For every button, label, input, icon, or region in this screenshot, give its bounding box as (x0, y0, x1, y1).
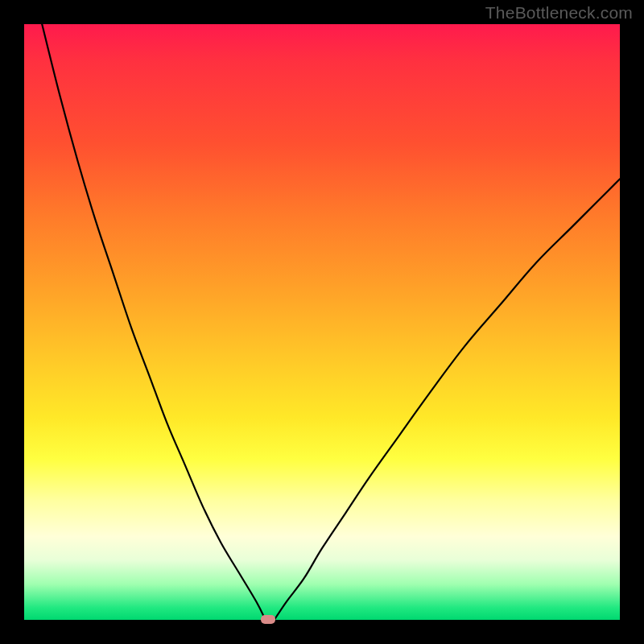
chart-frame: TheBottleneck.com (0, 0, 644, 644)
bottleneck-curve (24, 24, 620, 620)
watermark-text: TheBottleneck.com (485, 3, 633, 23)
chart-plot-area (24, 24, 620, 620)
optimum-marker (261, 615, 275, 624)
